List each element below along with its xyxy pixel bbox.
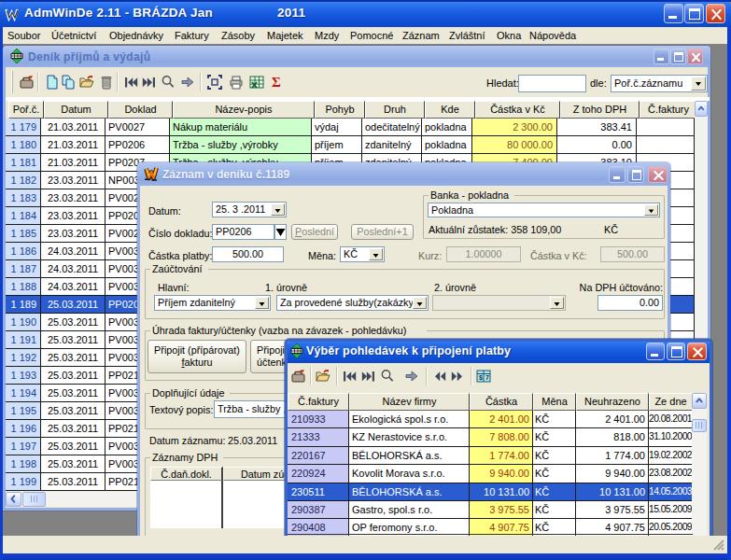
svg-text:7: 7	[485, 374, 489, 381]
svg-text:$: $	[479, 374, 483, 382]
